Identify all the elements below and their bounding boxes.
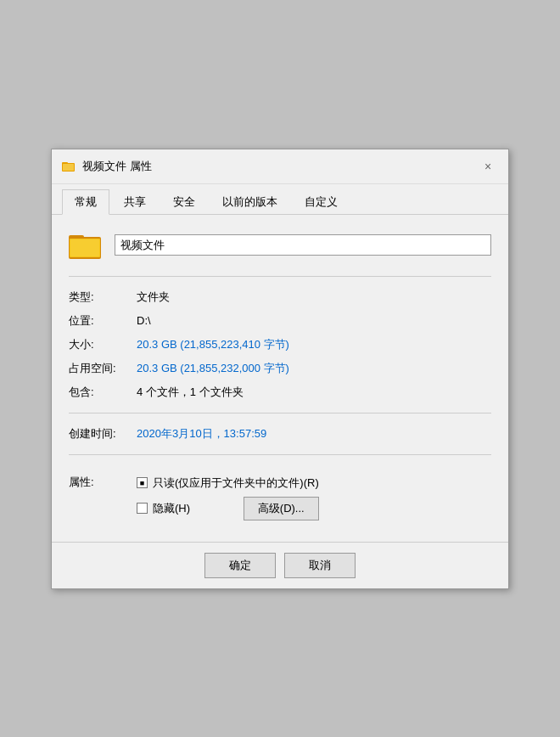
prop-disk-size-label: 占用空间: — [69, 361, 137, 376]
advanced-button[interactable]: 高级(D)... — [244, 497, 319, 520]
prop-location-row: 位置: D:\ — [69, 309, 491, 333]
window-title: 视频文件 属性 — [82, 159, 152, 174]
hidden-row: 隐藏(H) 高级(D)... — [137, 493, 319, 524]
prop-disk-size-value: 20.3 GB (21,855,232,000 字节) — [137, 361, 289, 376]
hidden-label: 隐藏(H) — [153, 501, 190, 516]
ok-button[interactable]: 确定 — [204, 553, 276, 578]
divider-3 — [69, 454, 491, 455]
divider-1 — [69, 276, 491, 277]
properties-dialog: 视频文件 属性 × 常规 共享 安全 以前的版本 自定义 类型: 文件夹 — [51, 149, 509, 589]
prop-location-value: D:\ — [137, 314, 151, 327]
svg-rect-6 — [70, 239, 99, 256]
prop-size-value: 20.3 GB (21,855,223,410 字节) — [137, 337, 289, 352]
prop-created-label: 创建时间: — [69, 426, 137, 442]
prop-attributes-row: 属性: 只读(仅应用于文件夹中的文件)(R) 隐藏(H) 高级(D)... — [69, 464, 491, 528]
tab-bar: 常规 共享 安全 以前的版本 自定义 — [52, 184, 508, 215]
tab-customize[interactable]: 自定义 — [292, 189, 350, 214]
prop-attributes-label: 属性: — [69, 475, 137, 490]
tab-general[interactable]: 常规 — [62, 189, 109, 215]
prop-created-value: 2020年3月10日，13:57:59 — [137, 426, 266, 442]
footer: 确定 取消 — [52, 542, 508, 588]
tab-security[interactable]: 安全 — [160, 189, 208, 214]
prop-size-label: 大小: — [69, 337, 137, 352]
prop-created-row: 创建时间: 2020年3月10日，13:57:59 — [69, 422, 491, 446]
close-button[interactable]: × — [478, 156, 498, 177]
prop-contains-value: 4 个文件，1 个文件夹 — [137, 385, 244, 400]
prop-disk-size-row: 占用空间: 20.3 GB (21,855,232,000 字节) — [69, 357, 491, 380]
svg-rect-2 — [63, 164, 74, 171]
divider-2 — [69, 413, 491, 414]
readonly-row: 只读(仅应用于文件夹中的文件)(R) — [137, 473, 319, 493]
tab-previous-versions[interactable]: 以前的版本 — [210, 189, 290, 214]
prop-contains-row: 包含: 4 个文件，1 个文件夹 — [69, 380, 491, 404]
prop-location-label: 位置: — [69, 313, 137, 329]
prop-type-value: 文件夹 — [137, 290, 170, 305]
prop-contains-label: 包含: — [69, 385, 137, 400]
title-bar-left: 视频文件 属性 — [62, 159, 152, 174]
cancel-button[interactable]: 取消 — [284, 553, 356, 578]
hidden-left: 隐藏(H) — [137, 501, 190, 516]
prop-type-row: 类型: 文件夹 — [69, 285, 491, 309]
hidden-checkbox[interactable] — [137, 503, 148, 514]
folder-name-input[interactable] — [115, 234, 491, 256]
title-bar: 视频文件 属性 × — [52, 149, 508, 184]
attributes-section: 只读(仅应用于文件夹中的文件)(R) 隐藏(H) 高级(D)... — [137, 473, 319, 524]
prop-type-label: 类型: — [69, 290, 137, 305]
folder-large-icon — [69, 228, 103, 262]
folder-section — [69, 228, 491, 262]
tab-sharing[interactable]: 共享 — [111, 189, 159, 214]
tab-content: 类型: 文件夹 位置: D:\ 大小: 20.3 GB (21,855,223,… — [52, 215, 508, 542]
readonly-checkbox[interactable] — [137, 477, 148, 488]
prop-size-row: 大小: 20.3 GB (21,855,223,410 字节) — [69, 333, 491, 357]
readonly-label: 只读(仅应用于文件夹中的文件)(R) — [153, 475, 319, 491]
title-folder-icon — [62, 160, 76, 173]
